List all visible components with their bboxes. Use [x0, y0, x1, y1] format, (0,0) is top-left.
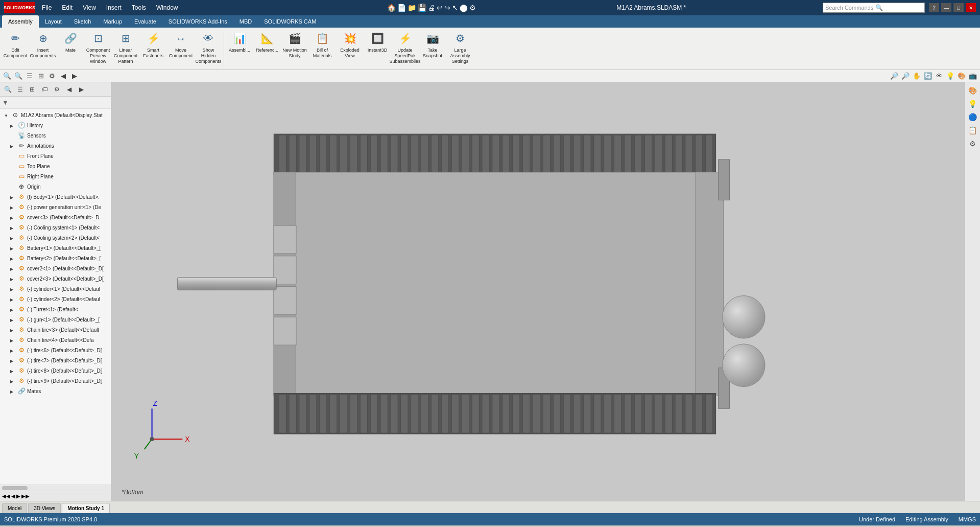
tree-body1[interactable]: ⚙ (f) Body<1> (Default<<Default>.: [0, 192, 111, 202]
tree-annotations[interactable]: ✏ Annotations: [0, 141, 111, 151]
tree-cooling1[interactable]: ⚙ (-) Cooling system<1> (Default<: [0, 222, 111, 233]
chaintire4-expander[interactable]: [10, 337, 17, 343]
panel-search-icon[interactable]: 🔍: [2, 84, 13, 95]
save-icon[interactable]: 💾: [418, 4, 426, 12]
tree-tire8[interactable]: ⚙ (-) tire<8> (Default<<Default>_D[: [0, 365, 111, 376]
menu-file[interactable]: File: [40, 3, 54, 12]
tree-cover3[interactable]: ⚙ cover<3> (Default<<Default>_D: [0, 212, 111, 222]
menu-edit[interactable]: Edit: [60, 3, 75, 12]
tab-addins[interactable]: SOLIDWORKS Add-Ins: [162, 15, 233, 28]
assembly-button[interactable]: 📊 Assembl...: [226, 29, 253, 59]
tree-cover2-1[interactable]: ⚙ cover2<1> (Default<<Default>_D[: [0, 263, 111, 273]
scene-button[interactable]: 💡: [967, 98, 979, 110]
tree-top-plane[interactable]: ▭ Top Plane: [0, 161, 111, 171]
cover2-3-expander[interactable]: [10, 276, 17, 282]
custom-prop-button[interactable]: 📋: [967, 124, 979, 136]
view-icon[interactable]: 👁: [934, 71, 944, 81]
move-component-button[interactable]: ↔ Move Component: [168, 29, 194, 60]
panel-nav-next-icon[interactable]: ▶: [76, 84, 87, 95]
tree-front-plane[interactable]: ▭ Front Plane: [0, 151, 111, 161]
list-view-icon[interactable]: ☰: [25, 71, 35, 81]
tab-sketch[interactable]: Sketch: [68, 15, 98, 28]
tree-turret[interactable]: ⚙ (-) Turret<1> (Default<: [0, 304, 111, 314]
cover3-expander[interactable]: [10, 215, 17, 220]
gun-expander[interactable]: [10, 317, 17, 323]
tree-cover2-3[interactable]: ⚙ cover2<3> (Default<<Default>_D[: [0, 273, 111, 284]
tree-chaintire3[interactable]: ⚙ Chain tire<3> (Default<<Default: [0, 325, 111, 335]
help-icon[interactable]: ?: [929, 3, 939, 12]
minimize-button[interactable]: —: [941, 3, 951, 12]
tab-evaluate[interactable]: Evaluate: [128, 15, 162, 28]
instant3d-button[interactable]: 🔲 Instant3D: [364, 29, 391, 59]
next-icon[interactable]: ▶: [16, 493, 20, 499]
undo-icon[interactable]: ↩: [437, 4, 443, 12]
tab-3d-views[interactable]: 3D Views: [28, 503, 61, 513]
cooling1-expander[interactable]: [10, 225, 17, 231]
grid-view-icon[interactable]: ⊞: [36, 71, 46, 81]
update-speedpak-button[interactable]: ⚡ Update SpeedPak Subassemblies: [392, 29, 418, 65]
select-icon[interactable]: ↖: [452, 4, 458, 12]
open-icon[interactable]: 📁: [408, 4, 416, 12]
large-assembly-settings-button[interactable]: ⚙ Large Assembly Settings: [447, 29, 473, 65]
reference-button[interactable]: 📐 Referenc...: [254, 29, 280, 59]
search-sub-icon[interactable]: 🔍: [2, 71, 12, 81]
tire9-expander[interactable]: [10, 378, 17, 384]
tree-battery1[interactable]: ⚙ Battery<1> (Default<<Default>_[: [0, 243, 111, 253]
power-expander[interactable]: [10, 204, 17, 210]
battery1-expander[interactable]: [10, 245, 17, 251]
panel-list-icon[interactable]: ☰: [14, 84, 26, 95]
tire7-expander[interactable]: [10, 358, 17, 363]
print-icon[interactable]: 🖨: [428, 4, 435, 12]
chaintire3-expander[interactable]: [10, 327, 17, 333]
menu-view[interactable]: View: [81, 3, 98, 12]
tree-right-plane[interactable]: ▭ Right Plane: [0, 171, 111, 181]
tab-cam[interactable]: SOLIDWORKS CAM: [258, 15, 322, 28]
light-icon[interactable]: 💡: [945, 71, 955, 81]
prev-icon[interactable]: ◀: [11, 493, 15, 499]
root-expander[interactable]: [4, 112, 11, 118]
linear-pattern-button[interactable]: ⊞ Linear Component Pattern: [112, 29, 139, 65]
panel-tag-icon[interactable]: 🏷: [39, 84, 50, 95]
menu-tools[interactable]: Tools: [130, 3, 148, 12]
tab-mbd[interactable]: MBD: [233, 15, 258, 28]
menu-insert[interactable]: Insert: [104, 3, 124, 12]
tree-power[interactable]: ⚙ (-) power generation unit<1> (De: [0, 202, 111, 212]
tab-model[interactable]: Model: [2, 503, 27, 513]
settings-icon[interactable]: ⚙: [469, 4, 476, 12]
tree-battery2[interactable]: ⚙ Battery<2> (Default<<Default>_[: [0, 253, 111, 263]
annotations-expander[interactable]: [10, 143, 17, 149]
mate-button[interactable]: 🔗 Mate: [57, 29, 84, 59]
panel-nav-prev-icon[interactable]: ◀: [63, 84, 75, 95]
cylinder-icon[interactable]: ⬤: [460, 4, 468, 12]
turret-expander[interactable]: [10, 307, 17, 312]
search-commands-area[interactable]: Search Commands 🔍: [823, 3, 925, 13]
display-icon[interactable]: 📺: [968, 71, 978, 81]
render-icon[interactable]: 🎨: [957, 71, 967, 81]
body1-expander[interactable]: [10, 194, 17, 200]
new-motion-study-button[interactable]: 🎬 New Motion Study: [281, 29, 308, 60]
new-icon[interactable]: 📄: [397, 4, 406, 12]
decals-button[interactable]: 🔵: [967, 111, 979, 123]
component-preview-button[interactable]: ⊡ Component Preview Window: [85, 29, 111, 65]
tree-gun[interactable]: ⚙ (-) gun<1> (Default<<Default>_[: [0, 314, 111, 325]
menu-window[interactable]: Window: [154, 3, 180, 12]
viewport[interactable]: X Z Y *Bottom: [111, 82, 965, 501]
search-icon[interactable]: 🔍: [875, 4, 883, 11]
tab-markup[interactable]: Markup: [97, 15, 128, 28]
insert-components-button[interactable]: ⊕ Insert Components: [30, 29, 56, 60]
exploded-view-button[interactable]: 💥 Exploded View: [337, 29, 363, 60]
tire6-expander[interactable]: [10, 348, 17, 353]
bill-of-materials-button[interactable]: 📋 Bill of Materials: [309, 29, 336, 60]
show-panel-icon[interactable]: ▶: [69, 71, 80, 81]
smart-fasteners-button[interactable]: ⚡ Smart Fasteners: [140, 29, 166, 60]
home-icon[interactable]: 🏠: [387, 4, 396, 12]
mates-expander[interactable]: [10, 388, 17, 394]
tree-tire9[interactable]: ⚙ (-) tire<9> (Default<<Default>_D[: [0, 376, 111, 386]
hand-icon[interactable]: ✋: [912, 71, 922, 81]
filter-icon[interactable]: 🔍: [13, 71, 23, 81]
tree-mates[interactable]: 🔗 Mates: [0, 386, 111, 396]
tree-sensors[interactable]: 📡 Sensors: [0, 130, 111, 141]
prev-page-icon[interactable]: ◀◀: [2, 493, 10, 499]
panel-grid-icon[interactable]: ⊞: [27, 84, 38, 95]
tire8-expander[interactable]: [10, 368, 17, 374]
